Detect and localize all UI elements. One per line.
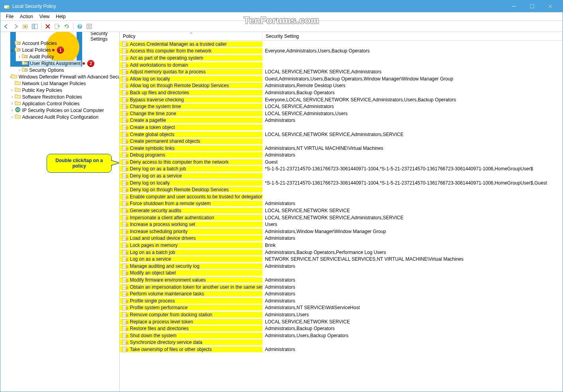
policy-row[interactable]: Create symbolic linksAdministrators,NT V… <box>120 145 563 152</box>
tree-item[interactable]: ⌄Local Policies1 <box>1 47 118 53</box>
policy-icon <box>122 243 128 248</box>
policy-icon <box>122 291 128 297</box>
caret-icon[interactable]: › <box>17 68 22 72</box>
caret-icon[interactable]: › <box>10 95 15 99</box>
titlebar[interactable]: Local Security Policy <box>0 0 563 12</box>
policy-row[interactable]: Profile single processAdministrators <box>120 297 563 304</box>
back-button[interactable] <box>2 22 11 31</box>
menu-help[interactable]: Help <box>53 13 69 20</box>
policy-row[interactable]: Bypass traverse checkingEveryone,LOCAL S… <box>120 96 563 103</box>
menu-view[interactable]: View <box>36 13 53 20</box>
policy-row[interactable]: Access this computer from the networkEve… <box>120 48 563 55</box>
policy-row[interactable]: Lock pages in memoryBrink <box>120 242 563 249</box>
security-setting-cell: Guest,Administrators,Users,Backup Operat… <box>263 76 563 82</box>
tree-item-label: Windows Defender Firewall with Advanced … <box>19 74 120 80</box>
tree-item[interactable]: ›Application Control Policies <box>1 100 118 107</box>
svg-rect-112 <box>123 188 126 189</box>
policy-row[interactable]: Access Credential Manager as a trusted c… <box>120 41 563 48</box>
policy-row[interactable]: Synchronize directory service data <box>120 339 563 346</box>
caret-icon[interactable]: › <box>10 115 15 119</box>
menu-file[interactable]: File <box>3 13 17 20</box>
policy-row[interactable]: Change the time zoneLOCAL SERVICE,Admini… <box>120 110 563 117</box>
policy-row[interactable]: Back up files and directoriesAdministrat… <box>120 89 563 96</box>
policy-name-cell: Remove computer from docking station <box>120 312 263 317</box>
menu-action[interactable]: Action <box>17 13 36 20</box>
policy-row[interactable]: Create permanent shared objects <box>120 138 563 145</box>
export-button[interactable] <box>53 22 62 31</box>
list-body[interactable]: Access Credential Manager as a trusted c… <box>120 41 563 392</box>
refresh-button[interactable] <box>62 22 71 31</box>
caret-icon[interactable]: › <box>10 88 15 92</box>
tree-item[interactable]: ›Windows Defender Firewall with Advanced… <box>1 73 118 80</box>
policy-row[interactable]: Perform volume maintenance tasksAdminist… <box>120 290 563 297</box>
properties-button[interactable] <box>85 22 94 31</box>
policy-row[interactable]: Shut down the systemAdministrators,Users… <box>120 332 563 339</box>
delete-button[interactable] <box>43 22 52 31</box>
policy-name-cell: Manage auditing and security log <box>120 263 263 269</box>
show-hide-tree-button[interactable] <box>30 22 39 31</box>
policy-row[interactable]: Obtain an impersonation token for anothe… <box>120 284 563 291</box>
policy-name: Create global objects <box>130 132 175 137</box>
column-security-setting[interactable]: Security Setting <box>263 33 563 40</box>
tree-pane[interactable]: Security Settings ›Account Policies⌄Loca… <box>0 32 120 392</box>
policy-row[interactable]: Deny log on as a service <box>120 172 563 179</box>
column-policy[interactable]: Policy <box>120 33 263 40</box>
policy-row[interactable]: Change the system timeLOCAL SERVICE,Admi… <box>120 103 563 110</box>
tree-root[interactable]: Security Settings <box>1 33 118 40</box>
policy-row[interactable]: Deny log on as a batch job*S-1-5-21-2372… <box>120 166 563 173</box>
policy-row[interactable]: Modify an object label <box>120 270 563 277</box>
policy-row[interactable]: Allow log on locallyGuest,Administrators… <box>120 75 563 82</box>
caret-icon[interactable]: › <box>10 41 15 45</box>
svg-rect-68 <box>123 112 126 113</box>
policy-row[interactable]: Replace a process level tokenLOCAL SERVI… <box>120 318 563 325</box>
policy-row[interactable]: Deny log on through Remote Desktop Servi… <box>120 186 563 193</box>
caret-icon[interactable]: › <box>10 101 15 106</box>
policy-row[interactable]: Profile system performanceAdministrators… <box>120 304 563 312</box>
policy-row[interactable]: Impersonate a client after authenticatio… <box>120 214 563 221</box>
policy-row[interactable]: Modify firmware environment valuesAdmini… <box>120 276 563 284</box>
tree-item[interactable]: ›Public Key Policies <box>1 87 118 93</box>
policy-icon <box>122 208 128 213</box>
policy-row[interactable]: Restore files and directoriesAdministrat… <box>120 325 563 332</box>
close-button[interactable] <box>541 0 559 12</box>
policy-row[interactable]: Remove computer from docking stationAdmi… <box>120 311 563 318</box>
policy-row[interactable]: Increase a process working setUsers <box>120 221 563 228</box>
policy-name-cell: Create symbolic links <box>120 146 263 151</box>
tree-item[interactable]: ›IP Security Policies on Local Computer <box>1 107 118 114</box>
policy-row[interactable]: Add workstations to domain <box>120 62 563 69</box>
policy-name-cell: Act as part of the operating system <box>120 55 263 61</box>
forward-button[interactable] <box>11 22 20 31</box>
up-button[interactable] <box>21 22 30 31</box>
policy-row[interactable]: Load and unload device driversAdministra… <box>120 235 563 242</box>
policy-row[interactable]: Deny access to this computer from the ne… <box>120 159 563 166</box>
policy-name: Create permanent shared objects <box>130 138 200 144</box>
policy-row[interactable]: Force shutdown from a remote systemAdmin… <box>120 200 563 207</box>
caret-icon[interactable]: › <box>17 54 22 59</box>
policy-row[interactable]: Adjust memory quotas for a processLOCAL … <box>120 68 563 75</box>
tree-item[interactable]: ›Advanced Audit Policy Configuration <box>1 114 118 120</box>
policy-row[interactable]: Debug programsAdministrators <box>120 152 563 159</box>
tree-item[interactable]: Network List Manager Policies <box>1 80 118 87</box>
maximize-button[interactable] <box>523 0 541 12</box>
policy-row[interactable]: Increase scheduling priorityAdministrato… <box>120 228 563 235</box>
policy-row[interactable]: Create a token object <box>120 124 563 131</box>
annotation-dot <box>52 49 54 51</box>
policy-row[interactable]: Allow log on through Remote Desktop Serv… <box>120 82 563 90</box>
caret-icon[interactable]: › <box>10 108 15 112</box>
policy-row[interactable]: Act as part of the operating system <box>120 54 563 62</box>
policy-row[interactable]: Log on as a serviceNETWORK SERVICE,NT SE… <box>120 256 563 263</box>
policy-icon <box>122 333 128 338</box>
tree-item[interactable]: ›Software Restriction Policies <box>1 93 118 100</box>
minimize-button[interactable] <box>505 0 523 12</box>
policy-row[interactable]: Take ownership of files or other objects… <box>120 346 563 353</box>
policy-row[interactable]: Create a pagefileAdministrators <box>120 117 563 124</box>
policy-row[interactable]: Deny log on locally*S-1-5-21-237214570-1… <box>120 179 563 187</box>
caret-icon[interactable]: ⌄ <box>10 48 15 52</box>
policy-row[interactable]: Manage auditing and security logAdminist… <box>120 263 563 270</box>
policy-row[interactable]: Log on as a batch jobAdministrators,Back… <box>120 249 563 256</box>
help-button[interactable]: ? <box>75 22 84 31</box>
policy-row[interactable]: Generate security auditsLOCAL SERVICE,NE… <box>120 207 563 214</box>
svg-rect-56 <box>123 91 126 92</box>
policy-row[interactable]: Create global objectsLOCAL SERVICE,NETWO… <box>120 131 563 138</box>
policy-row[interactable]: Enable computer and user accounts to be … <box>120 193 563 200</box>
